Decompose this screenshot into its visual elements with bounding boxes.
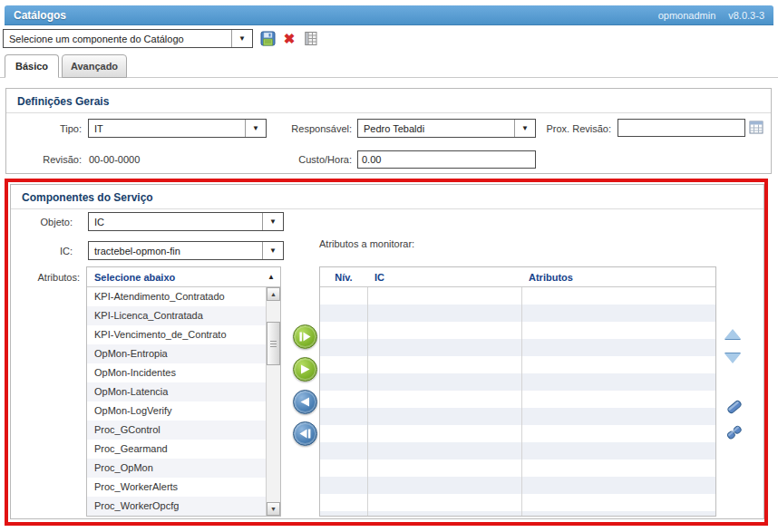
responsavel-value: Pedro Tebaldi bbox=[358, 120, 514, 137]
ic-select[interactable]: tractebel-opmon-fin ▼ bbox=[88, 241, 284, 260]
monitor-table-body bbox=[320, 287, 715, 516]
list-item[interactable]: OpMon-Entropia bbox=[87, 344, 266, 363]
responsavel-label: Responsável: bbox=[281, 123, 352, 134]
attributes-list-header[interactable]: Selecione abaixo ▲ bbox=[87, 267, 280, 287]
add-all-button[interactable] bbox=[293, 324, 317, 349]
chevron-down-icon[interactable]: ▼ bbox=[514, 120, 535, 137]
remove-selected-button[interactable] bbox=[293, 390, 317, 414]
list-item[interactable]: OpMon-LogVerify bbox=[87, 401, 266, 421]
list-item[interactable]: KPI-Atendimento_Contratado bbox=[87, 287, 266, 306]
monitor-table-header: Nív. IC Atributos bbox=[320, 267, 715, 287]
revisao-label: Revisão: bbox=[18, 154, 82, 165]
tab-avancado[interactable]: Avançado bbox=[62, 54, 127, 78]
scrollbar-thumb[interactable] bbox=[267, 322, 280, 365]
list-item[interactable]: OpMon-Latencia bbox=[87, 382, 266, 401]
add-selected-button[interactable] bbox=[293, 357, 317, 382]
move-down-button[interactable] bbox=[725, 353, 741, 363]
objeto-select[interactable]: IC ▼ bbox=[88, 212, 284, 231]
tipo-label: Tipo: bbox=[18, 123, 82, 134]
chevron-down-icon[interactable]: ▼ bbox=[262, 213, 283, 230]
calendar-icon[interactable] bbox=[749, 120, 763, 136]
tipo-select[interactable]: IT ▼ bbox=[88, 119, 267, 138]
attributes-list-header-label: Selecione abaixo bbox=[94, 272, 175, 283]
app-version: v8.0.3-3 bbox=[728, 10, 764, 21]
list-item[interactable]: OpMon-Incidentes bbox=[87, 363, 266, 382]
chevron-down-icon[interactable]: ▼ bbox=[262, 242, 283, 259]
responsavel-select[interactable]: Pedro Tebaldi ▼ bbox=[357, 119, 536, 138]
column-divider bbox=[521, 287, 522, 516]
chevron-down-icon[interactable]: ▼ bbox=[231, 30, 252, 47]
monitor-attributes-label: Atributos a monitorar: bbox=[319, 238, 414, 249]
save-icon[interactable] bbox=[259, 30, 276, 46]
list-item[interactable]: Proc_GControl bbox=[87, 421, 266, 440]
general-section-title: Definições Gerais bbox=[6, 89, 771, 113]
page-title: Catálogos bbox=[5, 9, 658, 22]
clear-all-icon[interactable] bbox=[725, 397, 744, 417]
list-scrollbar[interactable]: ▲ ▼ bbox=[266, 287, 280, 516]
list-item[interactable]: KPI-Licenca_Contratada bbox=[87, 306, 266, 325]
list-item[interactable]: Proc_WorkerOpcfg bbox=[87, 497, 266, 516]
scrollbar-down-icon[interactable]: ▼ bbox=[267, 502, 280, 516]
catalog-window: Catálogos opmonadmin v8.0.3-3 Selecione … bbox=[0, 0, 778, 532]
objeto-value: IC bbox=[89, 213, 262, 230]
ic-label: IC: bbox=[18, 246, 73, 256]
remove-all-button[interactable] bbox=[293, 421, 317, 446]
revisao-value: 00-00-0000 bbox=[89, 154, 140, 165]
move-up-button[interactable] bbox=[725, 329, 741, 339]
atributos-label: Atributos: bbox=[16, 272, 80, 283]
ic-value: tractebel-opmon-fin bbox=[89, 242, 262, 259]
sort-asc-icon[interactable]: ▲ bbox=[267, 273, 275, 281]
catalog-component-combobox[interactable]: Selecione um componente do Catálogo ▼ bbox=[3, 29, 253, 48]
logged-user: opmonadmin bbox=[658, 10, 716, 21]
objeto-label: Objeto: bbox=[18, 217, 73, 227]
window-titlebar: Catálogos opmonadmin v8.0.3-3 bbox=[5, 5, 773, 25]
catalog-combobox-value: Selecione um componente do Catálogo bbox=[4, 30, 231, 47]
tipo-value: IT bbox=[89, 120, 245, 137]
attributes-list-body: KPI-Atendimento_ContratadoKPI-Licenca_Co… bbox=[87, 287, 266, 516]
prox-revisao-label: Prox. Revisão: bbox=[544, 123, 611, 134]
prox-revisao-input[interactable] bbox=[618, 119, 745, 137]
custo-hora-input[interactable]: 0.00 bbox=[357, 150, 536, 169]
attributes-list: Selecione abaixo ▲ KPI-Atendimento_Contr… bbox=[86, 266, 281, 517]
components-section-title: Componentes do Serviço bbox=[11, 185, 763, 209]
column-header-atributos[interactable]: Atributos bbox=[521, 267, 715, 286]
chevron-down-icon[interactable]: ▼ bbox=[245, 120, 266, 137]
list-item[interactable]: Proc_Gearmand bbox=[87, 440, 266, 459]
column-header-niv[interactable]: Nív. bbox=[320, 267, 367, 286]
list-item[interactable]: KPI-Vencimento_de_Contrato bbox=[87, 325, 266, 344]
monitor-table: Nív. IC Atributos bbox=[319, 266, 716, 517]
column-divider bbox=[367, 287, 368, 516]
scrollbar-up-icon[interactable]: ▲ bbox=[267, 287, 280, 301]
delete-icon[interactable]: ✖ bbox=[281, 30, 297, 46]
list-item[interactable]: Proc_WorkerAlerts bbox=[87, 478, 266, 497]
list-item[interactable]: Proc_OpMon bbox=[87, 459, 266, 478]
tab-basico[interactable]: Básico bbox=[5, 54, 59, 78]
custo-hora-label: Custo/Hora: bbox=[281, 154, 352, 165]
copy-icon[interactable] bbox=[303, 30, 319, 46]
clear-selected-icon[interactable] bbox=[725, 422, 744, 442]
column-header-ic[interactable]: IC bbox=[367, 267, 521, 286]
